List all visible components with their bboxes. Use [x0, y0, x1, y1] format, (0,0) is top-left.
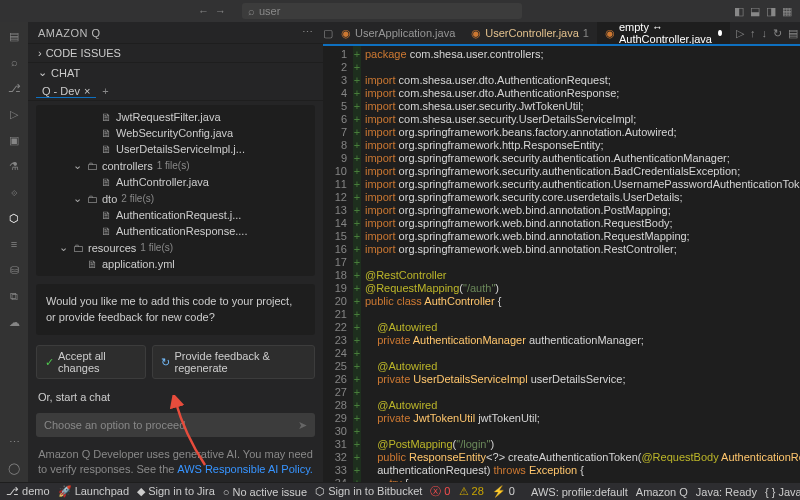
tree-folder[interactable]: ⌄🗀controllers 1 file(s) — [36, 157, 315, 174]
search-icon[interactable]: ⌕ — [6, 54, 22, 70]
code-content[interactable]: package com.shesa.user.controllers; impo… — [361, 46, 800, 482]
tab-action-1[interactable]: ↑ — [750, 27, 756, 40]
java-icon: ◉ — [341, 27, 351, 40]
editor: ▢ ◉UserApplication.java◉UserController.j… — [323, 22, 800, 482]
file-icon: 🗎 — [100, 111, 112, 123]
graph-icon[interactable]: ⧉ — [6, 288, 22, 304]
chevron-down-icon: ⌄ — [58, 241, 68, 254]
remote-icon[interactable]: ⟐ — [6, 184, 22, 200]
check-icon: ✓ — [45, 356, 54, 369]
sidebar: AMAZON Q ⋯ › CODE ISSUES ⌄ CHAT Q - Dev … — [28, 22, 323, 482]
tree-file[interactable]: 🗎AuthenticationRequest.j... — [36, 207, 315, 223]
nav-back-icon[interactable]: ← — [198, 5, 209, 17]
tab-action-4[interactable]: ▤ — [788, 27, 798, 40]
diff-signs: ++++++++++++++++++++++++++++++++++++++++… — [353, 46, 361, 482]
file-icon: 🗎 — [100, 225, 112, 237]
tree-file[interactable]: 🗎UserDetailsServiceImpl.j... — [36, 141, 315, 157]
policy-link[interactable]: AWS Responsible AI Policy. — [177, 463, 313, 475]
cloud-icon[interactable]: ☁ — [6, 314, 22, 330]
editor-tab[interactable]: ◉UserApplication.java — [333, 22, 463, 44]
tree-folder[interactable]: ⌄🗀dto 2 file(s) — [36, 190, 315, 207]
refresh-icon: ↻ — [161, 356, 170, 369]
editor-tabs: ▢ ◉UserApplication.java◉UserController.j… — [323, 22, 800, 44]
status-item[interactable]: Java: Ready — [696, 486, 757, 498]
accept-all-button[interactable]: ✓ Accept all changes — [36, 345, 146, 379]
tree-file[interactable]: 🗎AuthenticationResponse.... — [36, 223, 315, 239]
chevron-right-icon: › — [38, 47, 42, 59]
status-branch[interactable]: ⎇ demo — [6, 485, 50, 498]
chevron-down-icon: ⌄ — [38, 66, 47, 79]
status-item[interactable]: AWS: profile:default — [531, 486, 628, 498]
layout-right-icon[interactable]: ◨ — [766, 5, 776, 18]
status-bar: ⎇ demo🚀 Launchpad◆ Sign in to Jira○ No a… — [0, 482, 800, 500]
status-issue[interactable]: ○ No active issue — [223, 486, 307, 498]
search-icon: ⌕ — [248, 5, 255, 17]
status-port[interactable]: ⚡ 0 — [492, 485, 515, 498]
activity-bar: ▤ ⌕ ⎇ ▷ ▣ ⚗ ⟐ ⬡ ≡ ⛁ ⧉ ☁ ⋯ ◯ — [0, 22, 28, 482]
folder-icon: 🗀 — [86, 193, 98, 205]
editor-tab[interactable]: ◉UserController.java1 — [463, 22, 597, 44]
tree-folder[interactable]: ⌄🗀resources 1 file(s) — [36, 239, 315, 256]
status-item[interactable]: { } Java — [765, 486, 800, 498]
line-numbers: 1234567891011121314151617181920212223242… — [323, 46, 353, 482]
chevron-down-icon: ⌄ — [72, 159, 82, 172]
section-chat[interactable]: ⌄ CHAT — [28, 62, 323, 82]
layout-left-icon[interactable]: ◧ — [734, 5, 744, 18]
sidebar-title: AMAZON Q ⋯ — [28, 22, 323, 43]
chevron-down-icon: ⌄ — [72, 192, 82, 205]
file-icon: 🗎 — [86, 258, 98, 270]
status-jira[interactable]: ◆ Sign in to Jira — [137, 485, 215, 498]
modified-dot — [718, 30, 722, 36]
status-bitbucket[interactable]: ⬡ Sign in to Bitbucket — [315, 485, 422, 498]
layout-grid-icon[interactable]: ▦ — [782, 5, 792, 18]
folder-icon: 🗀 — [72, 242, 84, 254]
send-icon[interactable]: ➤ — [298, 419, 307, 432]
file-icon: 🗎 — [100, 127, 112, 139]
java-icon: ◉ — [471, 27, 481, 40]
explorer-icon[interactable]: ▤ — [6, 28, 22, 44]
command-search[interactable]: ⌕ user — [242, 3, 522, 19]
search-value: user — [259, 5, 280, 17]
more-icon[interactable]: ⋯ — [6, 434, 22, 450]
nav-forward-icon[interactable]: → — [215, 5, 226, 17]
status-item[interactable]: Amazon Q — [636, 486, 688, 498]
editor-tab[interactable]: ◉empty ↔ AuthController.java — [597, 22, 730, 44]
java-icon: ◉ — [605, 27, 615, 40]
file-tree: 🗎JwtRequestFilter.java🗎WebSecurityConfig… — [36, 105, 315, 276]
amazon-q-icon[interactable]: ⬡ — [6, 210, 22, 226]
chat-tab[interactable]: Q - Dev × — [36, 85, 96, 97]
section-code-issues[interactable]: › CODE ISSUES — [28, 43, 323, 62]
disclaimer: Amazon Q Developer uses generative AI. Y… — [28, 441, 323, 482]
status-err[interactable]: ⓧ 0 — [430, 484, 450, 499]
or-label: Or, start a chat — [28, 385, 323, 409]
tree-file[interactable]: 🗎AuthController.java — [36, 174, 315, 190]
tab-action-0[interactable]: ▷ — [736, 27, 744, 40]
test-icon[interactable]: ⚗ — [6, 158, 22, 174]
debug-icon[interactable]: ▷ — [6, 106, 22, 122]
file-icon: 🗎 — [100, 143, 112, 155]
status-rocket[interactable]: 🚀 Launchpad — [58, 485, 130, 498]
feedback-button[interactable]: ↻ Provide feedback & regenerate — [152, 345, 315, 379]
docker-icon[interactable]: ≡ — [6, 236, 22, 252]
tree-file[interactable]: 🗎application.yml — [36, 256, 315, 272]
tab-group-icon[interactable]: ▢ — [323, 27, 333, 40]
layout-bottom-icon[interactable]: ⬓ — [750, 5, 760, 18]
status-warn[interactable]: ⚠ 28 — [459, 485, 484, 498]
assistant-prompt: Would you like me to add this code to yo… — [36, 284, 315, 335]
database-icon[interactable]: ⛁ — [6, 262, 22, 278]
account-icon[interactable]: ◯ — [6, 460, 22, 476]
add-tab-icon[interactable]: + — [102, 85, 108, 97]
chat-input[interactable]: Choose an option to proceed ➤ — [36, 413, 315, 437]
tab-action-3[interactable]: ↻ — [773, 27, 782, 40]
tree-file[interactable]: 🗎WebSecurityConfig.java — [36, 125, 315, 141]
file-icon: 🗎 — [100, 176, 112, 188]
tree-file[interactable]: 🗎JwtRequestFilter.java — [36, 109, 315, 125]
tab-action-2[interactable]: ↓ — [761, 27, 767, 40]
extensions-icon[interactable]: ▣ — [6, 132, 22, 148]
scm-icon[interactable]: ⎇ — [6, 80, 22, 96]
sidebar-more-icon[interactable]: ⋯ — [302, 26, 314, 39]
file-icon: 🗎 — [100, 209, 112, 221]
close-icon[interactable]: × — [84, 85, 90, 97]
folder-icon: 🗀 — [86, 160, 98, 172]
